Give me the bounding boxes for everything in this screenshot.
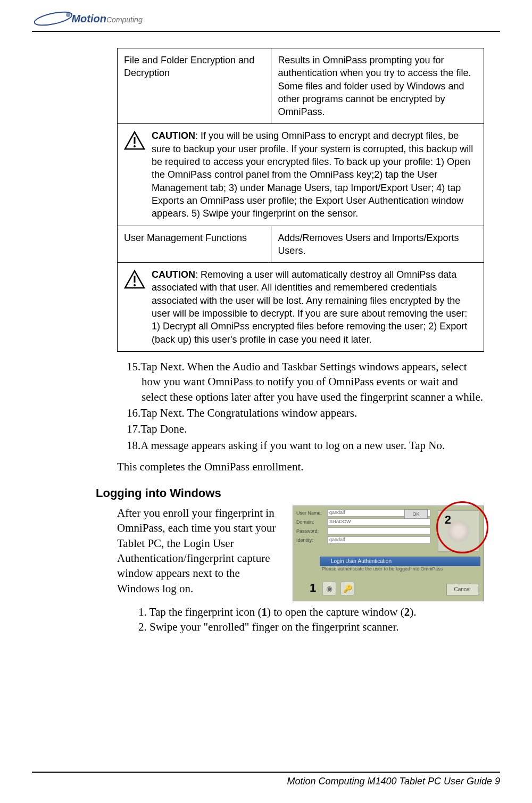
sub-step-item: 1. Tap the fingerprint icon (1) to open …	[138, 605, 484, 619]
caution-body: : If you will be using OmniPass to encry…	[152, 130, 473, 219]
warning-icon	[124, 269, 145, 291]
logo-swoosh-icon	[32, 11, 74, 27]
svg-point-4	[134, 145, 136, 147]
step-item: 15.Tap Next. When the Audio and Taskbar …	[127, 359, 484, 404]
cell-description: Results in OmniPass prompting you for au…	[271, 48, 484, 124]
domain-label: Domain:	[296, 519, 327, 525]
step-item: 17.Tap Done.	[127, 421, 484, 436]
page-content: File and Folder Encryption and Decryptio…	[117, 48, 484, 635]
password-input	[327, 527, 430, 535]
page-footer: Motion Computing M1400 Tablet PC User Gu…	[32, 772, 500, 787]
page-header: MotionComputing	[32, 11, 500, 32]
caution-text: CAUTION: If you will be using OmniPass t…	[152, 129, 477, 220]
login-section: After you enroll your fingerprint in Omn…	[117, 506, 484, 601]
caution-label: CAUTION	[152, 130, 195, 141]
caution-body: : Removing a user will automatically des…	[152, 269, 467, 344]
fingerprint-icon: ◉	[322, 582, 336, 595]
table-row: User Management Functions Adds/Removes U…	[118, 226, 484, 263]
callout-number-2: 2	[445, 513, 451, 527]
page-number: 9	[495, 776, 500, 787]
brand-computing: Computing	[106, 15, 143, 24]
callout-circle-2	[436, 501, 488, 553]
brand-logo: MotionComputing	[32, 11, 143, 27]
login-paragraph: After you enroll your fingerprint in Omn…	[117, 506, 282, 596]
cell-feature: File and Folder Encryption and Decryptio…	[118, 48, 271, 124]
password-label: Password:	[296, 528, 327, 534]
cancel-button: Cancel	[446, 584, 478, 595]
numbered-steps: 15.Tap Next. When the Audio and Taskbar …	[117, 359, 484, 453]
section-heading: Logging into Windows	[96, 486, 484, 500]
table-row-caution: CAUTION: Removing a user will automatica…	[118, 263, 484, 352]
login-screenshot: User Name: gandalf Domain: SHADOW Passwo…	[293, 506, 484, 601]
identity-input: gandalf	[327, 536, 430, 544]
table-row-caution: CAUTION: If you will be using OmniPass t…	[118, 124, 484, 226]
ok-button: OK	[404, 509, 428, 519]
username-label: User Name:	[296, 510, 327, 516]
sub-step-item: 2. Swipe your "enrolled" finger on the f…	[138, 619, 484, 634]
sub-steps: 1. Tap the fingerprint icon (1) to open …	[117, 605, 484, 635]
cell-description: Adds/Removes Users and Imports/Exports U…	[271, 226, 484, 263]
svg-point-7	[134, 284, 136, 286]
warning-icon	[124, 130, 145, 152]
domain-input: SHADOW	[327, 518, 430, 526]
table-row: File and Folder Encryption and Decryptio…	[118, 48, 484, 124]
identity-label: Identity:	[296, 537, 327, 543]
feature-table: File and Folder Encryption and Decryptio…	[117, 48, 484, 352]
brand-text: MotionComputing	[71, 13, 142, 25]
closing-text: This completes the OmniPass enrollment.	[117, 460, 484, 474]
cell-feature: User Management Functions	[118, 226, 271, 263]
footer-text: Motion Computing M1400 Tablet PC User Gu…	[287, 776, 492, 787]
caution-cell: CAUTION: If you will be using OmniPass t…	[118, 124, 484, 226]
caution-label: CAUTION	[152, 269, 195, 280]
auth-subtitle: Please authenticate the user to be logge…	[320, 566, 480, 572]
svg-point-1	[66, 13, 70, 17]
brand-motion: Motion	[71, 13, 106, 24]
step-item: 18.A message appears asking if you want …	[127, 438, 484, 453]
step-item: 16.Tap Next. The Congratulations window …	[127, 405, 484, 420]
callout-number-1: 1	[310, 581, 316, 595]
auth-titlebar: Login User Authentication	[320, 557, 480, 566]
caution-text: CAUTION: Removing a user will automatica…	[152, 268, 477, 346]
caution-cell: CAUTION: Removing a user will automatica…	[118, 263, 484, 352]
key-icon: 🔑	[340, 582, 354, 595]
